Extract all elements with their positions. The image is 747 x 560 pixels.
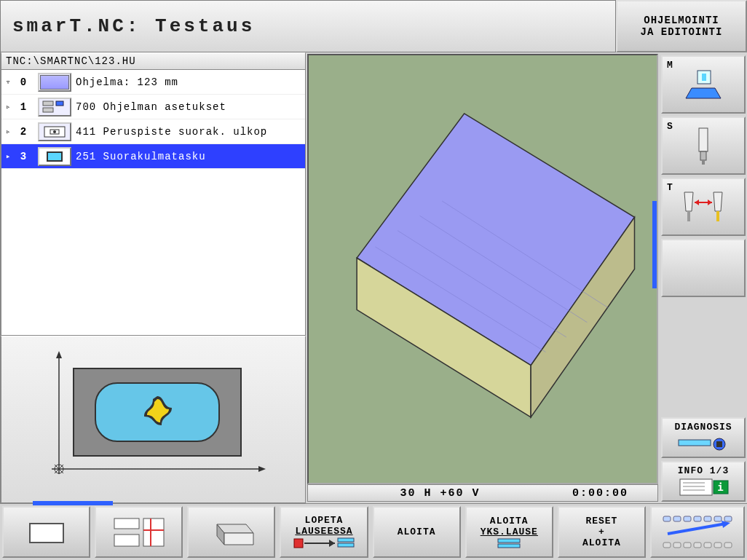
tree-row-3[interactable]: ▸ 3 251 Suorakulmatasku <box>1 144 305 169</box>
program-tree[interactable]: ▿ 0 Ohjelma: 123 mm ▹ 1 700 Ohjelman ase… <box>1 70 306 336</box>
status-coords: 30 H +60 V <box>308 487 572 500</box>
svg-rect-66 <box>663 543 671 548</box>
stop-at-icon <box>291 537 357 550</box>
single-block-icon <box>476 537 542 549</box>
row-text: 411 Peruspiste suorak. ulkop <box>76 126 267 138</box>
side-s-label: S <box>667 121 673 132</box>
3d-view-icon <box>202 514 261 551</box>
svg-marker-52 <box>329 540 335 547</box>
svg-point-5 <box>53 130 56 133</box>
svg-rect-27 <box>687 211 690 221</box>
expand-toggle[interactable]: ▹ <box>3 127 13 136</box>
svg-rect-34 <box>716 441 722 447</box>
svg-rect-70 <box>704 543 711 548</box>
sk7-line3: ALOITA <box>582 537 621 548</box>
sk4-line1: LOPETA <box>305 515 344 526</box>
sk4-line2: LAUSEESSA <box>295 526 352 537</box>
row-text: Ohjelma: 123 mm <box>76 76 178 88</box>
row-num: 0 <box>13 76 33 88</box>
svg-rect-58 <box>673 516 681 521</box>
svg-rect-67 <box>673 543 681 548</box>
expand-toggle[interactable]: ▸ <box>3 151 13 161</box>
svg-rect-56 <box>498 544 520 548</box>
svg-rect-63 <box>724 516 732 521</box>
tree-row-1[interactable]: ▹ 1 700 Ohjelman asetukset <box>1 95 305 119</box>
app-title: smarT.NC: Testaus <box>0 0 616 52</box>
softkey-reset-start[interactable]: RESET + ALOITA <box>558 506 646 558</box>
softkey-pager[interactable] <box>650 506 745 558</box>
svg-rect-42 <box>114 518 139 529</box>
svg-rect-71 <box>714 543 722 548</box>
spindle-icon <box>665 121 741 170</box>
side-m-label: M <box>667 60 673 71</box>
svg-rect-44 <box>143 518 164 546</box>
row-num: 2 <box>13 126 33 138</box>
svg-marker-7 <box>56 351 62 358</box>
diagnosis-label: DIAGNOSIS <box>665 422 741 433</box>
softkey-view-3[interactable] <box>187 506 275 558</box>
pocket-icon <box>38 147 71 166</box>
tool-change-icon <box>665 182 741 232</box>
3d-viewport[interactable] <box>307 54 658 484</box>
side-blank-button[interactable] <box>661 239 746 297</box>
svg-rect-41 <box>30 524 63 543</box>
info-icon: i <box>665 476 741 498</box>
row-text: 251 Suorakulmatasku <box>76 151 206 162</box>
datum-icon <box>38 122 71 141</box>
svg-rect-55 <box>498 539 520 543</box>
status-time: 0:00:00 <box>572 487 628 500</box>
pager-icon <box>657 512 738 553</box>
svg-rect-43 <box>114 535 139 546</box>
svg-rect-25 <box>700 151 706 160</box>
row-text: 700 Ohjelman asetukset <box>76 101 226 113</box>
side-diagnosis-button[interactable]: DIAGNOSIS <box>661 417 746 458</box>
tree-row-2[interactable]: ▹ 2 411 Peruspiste suorak. ulkop <box>1 119 305 144</box>
softkey-start-single[interactable]: ALOITA YKS.LAUSE <box>465 506 553 558</box>
side-m-button[interactable]: M <box>661 55 746 114</box>
machine-icon <box>665 60 741 109</box>
svg-rect-57 <box>663 516 671 521</box>
svg-rect-54 <box>338 543 354 547</box>
side-info-button[interactable]: INFO 1/3 i <box>661 461 746 502</box>
row-num: 1 <box>13 101 33 113</box>
mode-button[interactable]: OHJELMOINTI JA EDITOINTI <box>616 0 747 52</box>
svg-rect-35 <box>680 479 712 495</box>
svg-rect-50 <box>294 539 303 548</box>
expand-toggle[interactable]: ▿ <box>3 77 13 87</box>
svg-rect-72 <box>724 543 732 548</box>
side-s-button[interactable]: S <box>661 117 746 175</box>
sk5-label: ALOITA <box>398 527 436 537</box>
diagnosis-icon <box>665 433 741 454</box>
svg-rect-62 <box>714 516 722 521</box>
split-view-icon <box>110 514 168 551</box>
svg-rect-61 <box>704 516 711 521</box>
mode-line2: JA EDITOINTI <box>641 26 723 38</box>
svg-rect-23 <box>702 74 706 81</box>
expand-toggle[interactable]: ▹ <box>3 102 13 111</box>
softkey-start[interactable]: ALOITA <box>373 506 461 558</box>
side-t-label: T <box>667 182 673 193</box>
tree-row-0[interactable]: ▿ 0 Ohjelma: 123 mm <box>1 70 305 95</box>
svg-rect-53 <box>338 538 354 542</box>
svg-rect-26 <box>702 160 705 165</box>
svg-rect-32 <box>679 440 711 446</box>
softkey-view-1[interactable] <box>2 506 90 558</box>
blank-view-icon <box>21 516 72 548</box>
svg-marker-31 <box>708 200 712 205</box>
side-t-button[interactable]: T <box>661 178 746 236</box>
softkey-view-2[interactable] <box>95 506 183 558</box>
viewport-status: 30 H +60 V 0:00:00 <box>307 484 658 502</box>
svg-text:i: i <box>717 481 724 493</box>
viewport-scroll-indicator <box>652 201 657 288</box>
svg-rect-68 <box>684 543 691 548</box>
svg-rect-28 <box>716 211 719 221</box>
svg-marker-30 <box>695 200 699 205</box>
softkey-stop-block[interactable]: LOPETA LAUSEESSA <box>280 506 368 558</box>
mode-line1: OHJELMOINTI <box>644 15 719 26</box>
sk6-line2: YKS.LAUSE <box>481 527 538 537</box>
sk6-line1: ALOITA <box>490 516 529 527</box>
svg-rect-69 <box>694 543 701 548</box>
svg-rect-1 <box>43 108 53 112</box>
row-num: 3 <box>13 151 33 162</box>
svg-rect-24 <box>699 128 708 151</box>
